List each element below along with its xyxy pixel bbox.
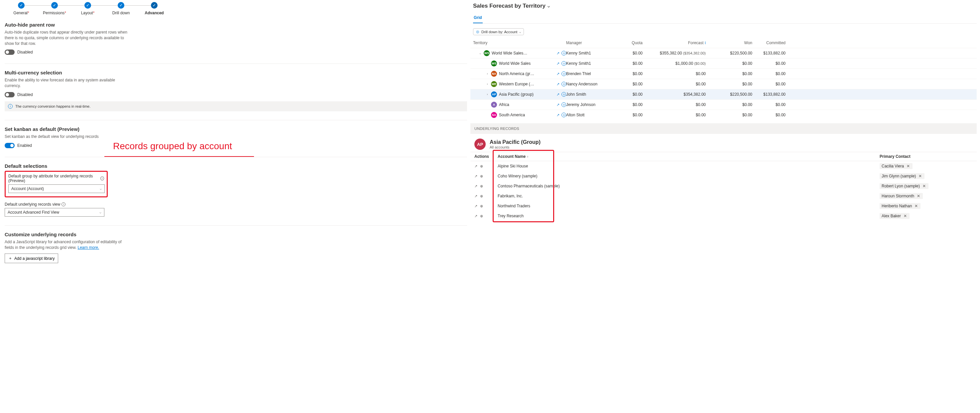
- expand-icon[interactable]: ›: [486, 72, 489, 75]
- step-label: Drill down: [112, 11, 130, 15]
- col-manager[interactable]: Manager: [566, 41, 606, 45]
- account-name-cell: Contoso Pharmaceuticals (sample): [498, 184, 880, 188]
- view-title[interactable]: Sales Forecast by Territory ⌵: [473, 3, 977, 9]
- committed-cell: $0.00: [752, 61, 786, 66]
- contact-name: Alex Baker: [881, 214, 901, 218]
- contact-chip[interactable]: Alex Baker✕: [880, 213, 910, 219]
- col-won[interactable]: Won: [706, 41, 752, 45]
- add-icon[interactable]: ⊕: [480, 174, 483, 178]
- target-icon: ◎: [476, 30, 479, 34]
- drill-down-chip[interactable]: ◎ Drill down by: Account ⌵: [473, 28, 524, 35]
- step-general[interactable]: ✓General: [5, 2, 38, 15]
- add-icon[interactable]: ⊕: [480, 164, 483, 168]
- open-icon[interactable]: ↗: [474, 174, 477, 178]
- forecast-row[interactable]: WSWorld Wide Sales↗⊙Kenny Smith1$0.00$1,…: [470, 58, 977, 68]
- view-icon[interactable]: ⊙: [562, 61, 566, 66]
- open-icon[interactable]: ↗: [474, 184, 477, 188]
- contact-chip[interactable]: Heriberto Nathan✕: [880, 203, 921, 209]
- annotation-text: Records grouped by account: [113, 141, 232, 151]
- step-advanced[interactable]: ✓Advanced: [138, 2, 171, 15]
- record-row[interactable]: ↗⊕Trey ResearchAlex Baker✕: [470, 211, 977, 221]
- multicurrency-info: i The currency conversion happens in rea…: [5, 101, 467, 111]
- default-view-label: Default underlying records view: [5, 202, 60, 206]
- contact-chip[interactable]: Cacilia Viera✕: [880, 163, 913, 169]
- default-group-select[interactable]: Account (Account) ⌵: [8, 184, 105, 193]
- remove-icon[interactable]: ✕: [916, 194, 921, 199]
- add-js-library-button[interactable]: ＋ Add a javascript library: [5, 254, 58, 263]
- share-icon[interactable]: ↗: [557, 72, 560, 76]
- expand-icon[interactable]: ›: [486, 93, 489, 96]
- forecast-row[interactable]: ›WEWestern Europe (group)↗⊙Nancy Anderss…: [470, 79, 977, 89]
- record-row[interactable]: ↗⊕Coho Winery (sample)Jim Glynn (sample)…: [470, 171, 977, 181]
- view-icon[interactable]: ⊙: [562, 113, 566, 117]
- forecast-cell: $355,382.00 ($354,382.00): [643, 51, 706, 56]
- share-icon[interactable]: ↗: [557, 103, 560, 107]
- col-forecast[interactable]: Forecast i: [643, 41, 706, 45]
- committed-cell: $133,882.00: [752, 51, 786, 56]
- col-territory[interactable]: Territory: [473, 41, 566, 45]
- view-icon[interactable]: ⊙: [562, 102, 566, 107]
- contact-chip[interactable]: Haroun Stormonth✕: [880, 193, 923, 199]
- view-icon[interactable]: ⊙: [562, 92, 566, 97]
- info-icon[interactable]: i: [62, 202, 65, 206]
- remove-icon[interactable]: ✕: [906, 164, 910, 168]
- forecast-row[interactable]: ⌵WSWorld Wide Sales (group)↗⊙Kenny Smith…: [470, 48, 977, 58]
- remove-icon[interactable]: ✕: [918, 174, 923, 178]
- record-row[interactable]: ↗⊕Northwind TradersHeriberto Nathan✕: [470, 201, 977, 211]
- default-view-select[interactable]: Account Advanced Find View ⌵: [5, 208, 104, 217]
- view-icon[interactable]: ⊙: [562, 82, 566, 86]
- add-icon[interactable]: ⊕: [480, 204, 483, 208]
- share-icon[interactable]: ↗: [557, 82, 560, 86]
- remove-icon[interactable]: ✕: [922, 184, 926, 188]
- expand-icon[interactable]: ⌵: [478, 51, 482, 55]
- learn-more-link[interactable]: Learn more.: [78, 245, 99, 250]
- multicurrency-toggle[interactable]: [5, 92, 14, 97]
- manager-cell: Kenny Smith1: [566, 51, 606, 56]
- group-avatar: AP: [474, 138, 486, 150]
- col-account-name[interactable]: Account Name ↑: [498, 154, 880, 159]
- forecast-row[interactable]: ›APAsia Pacific (group)↗⊙John Smith$0.00…: [470, 89, 977, 99]
- kanban-toggle[interactable]: [5, 143, 14, 148]
- forecast-row[interactable]: ›NANorth America (group)↗⊙Brenden Thiel$…: [470, 68, 977, 79]
- step-layout[interactable]: ✓Layout: [71, 2, 104, 15]
- add-icon[interactable]: ⊕: [480, 184, 483, 188]
- section-kanban-title: Set kanban as default (Preview): [5, 126, 467, 132]
- forecast-row[interactable]: SASouth America↗⊙Alton Stott$0.00$0.00$0…: [470, 110, 977, 120]
- committed-cell: $133,882.00: [752, 92, 786, 97]
- remove-icon[interactable]: ✕: [914, 204, 918, 208]
- view-icon[interactable]: ⊙: [562, 71, 566, 76]
- account-name-cell: Coho Winery (sample): [498, 174, 880, 178]
- share-icon[interactable]: ↗: [557, 62, 560, 66]
- forecast-cell: $0.00: [643, 102, 706, 107]
- open-icon[interactable]: ↗: [474, 204, 477, 208]
- step-permissions[interactable]: ✓Permissions: [38, 2, 71, 15]
- step-drill-down[interactable]: ✓Drill down: [104, 2, 138, 15]
- section-customize-title: Customize underlying records: [5, 232, 467, 237]
- record-row[interactable]: ↗⊕Fabrikam, Inc.Haroun Stormonth✕: [470, 191, 977, 201]
- contact-chip[interactable]: Jim Glynn (sample)✕: [880, 173, 924, 179]
- autohide-toggle[interactable]: [5, 49, 14, 55]
- open-icon[interactable]: ↗: [474, 164, 477, 168]
- chevron-down-icon: ⌵: [519, 30, 521, 33]
- col-quota[interactable]: Quota: [606, 41, 643, 45]
- contact-chip[interactable]: Robert Lyon (sample)✕: [880, 183, 929, 189]
- remove-icon[interactable]: ✕: [903, 214, 908, 218]
- info-icon[interactable]: i: [100, 176, 104, 180]
- forecast-row[interactable]: AAfrica↗⊙Jeremy Johnson$0.00$0.00$0.00$0…: [470, 99, 977, 110]
- col-committed[interactable]: Committed: [752, 41, 786, 45]
- col-primary-contact[interactable]: Primary Contact: [880, 154, 973, 159]
- record-row[interactable]: ↗⊕Alpine Ski HouseCacilia Viera✕: [470, 161, 977, 171]
- view-icon[interactable]: ⊙: [562, 51, 566, 56]
- open-icon[interactable]: ↗: [474, 194, 477, 199]
- quota-cell: $0.00: [606, 71, 643, 76]
- tab-grid[interactable]: Grid: [473, 14, 483, 23]
- expand-icon[interactable]: ›: [486, 83, 489, 86]
- add-icon[interactable]: ⊕: [480, 194, 483, 199]
- record-row[interactable]: ↗⊕Contoso Pharmaceuticals (sample)Robert…: [470, 181, 977, 191]
- open-icon[interactable]: ↗: [474, 214, 477, 218]
- add-icon[interactable]: ⊕: [480, 214, 483, 218]
- quota-cell: $0.00: [606, 92, 643, 97]
- share-icon[interactable]: ↗: [557, 92, 560, 97]
- share-icon[interactable]: ↗: [557, 51, 560, 56]
- share-icon[interactable]: ↗: [557, 113, 560, 117]
